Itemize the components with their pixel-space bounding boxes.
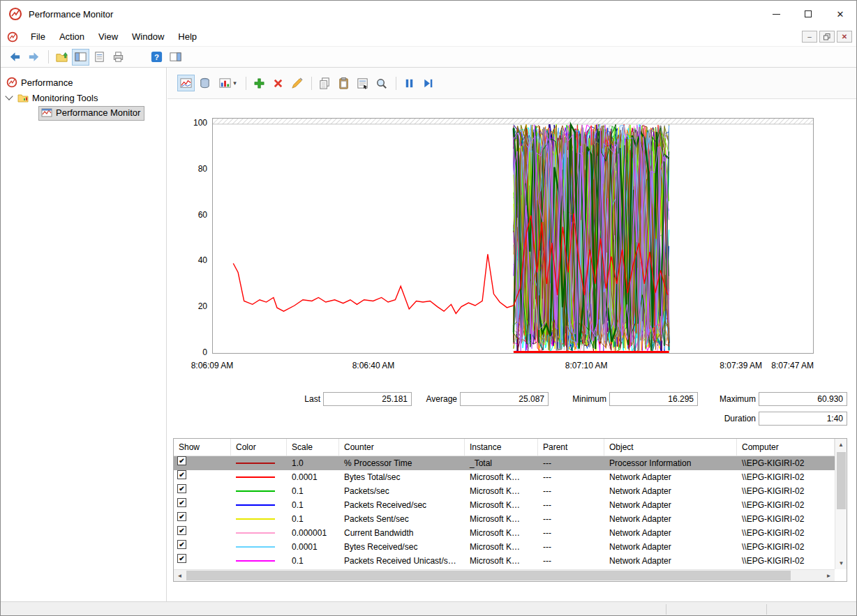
color-sample: [236, 560, 275, 562]
duration-label: Duration: [696, 412, 756, 426]
scroll-right-icon[interactable]: ►: [823, 570, 835, 581]
counter-row[interactable]: ✔0.1Packets Sent/secMicrosoft K…---Netwo…: [174, 512, 847, 526]
counter-row[interactable]: ✔0.0001Bytes Total/secMicrosoft K…---Net…: [174, 470, 847, 484]
counter-row[interactable]: ✔0.0001Bytes Received/secMicrosoft K…---…: [174, 540, 847, 554]
color-sample: [236, 504, 275, 506]
show-checkbox[interactable]: ✔: [177, 470, 186, 479]
folder-icon: [17, 92, 29, 103]
tree-item-performance-monitor[interactable]: Performance Monitor: [1, 105, 166, 121]
vertical-scrollbar[interactable]: ▲ ▼: [835, 439, 847, 569]
menu-items: FileActionViewWindowHelp: [24, 29, 204, 45]
cell-scale: 0.1: [287, 512, 339, 526]
cell-counter: Bytes Total/sec: [339, 470, 465, 484]
minimum-label: Minimum: [546, 392, 606, 406]
maximum-label: Maximum: [696, 392, 756, 406]
maximize-button[interactable]: [792, 1, 824, 27]
y-axis-label: 80: [175, 164, 207, 175]
counter-row[interactable]: ✔0.1Packets Received/secMicrosoft K…---N…: [174, 498, 847, 512]
dropdown-caret-icon[interactable]: ▾: [233, 80, 237, 87]
counter-list-header: ShowColorScaleCounterInstanceParentObjec…: [174, 439, 847, 456]
horizontal-scroll-thumb[interactable]: [186, 571, 791, 580]
tree-item-label: Performance: [21, 77, 73, 88]
show-checkbox[interactable]: ✔: [177, 554, 186, 563]
x-axis-label: 8:07:10 AM: [558, 361, 614, 372]
menu-item-window[interactable]: Window: [125, 29, 171, 45]
column-header-scale[interactable]: Scale: [287, 439, 339, 456]
tree-item-performance[interactable]: Performance: [1, 75, 166, 90]
counter-list-body: ✔1.0% Processor Time_Total---Processor I…: [174, 456, 847, 568]
child-restore-button[interactable]: [819, 31, 835, 43]
counter-row[interactable]: ✔0.000001Current BandwidthMicrosoft K…--…: [174, 526, 847, 540]
mmc-toolbar: ?: [1, 47, 856, 68]
menu-item-file[interactable]: File: [24, 29, 52, 45]
show-checkbox[interactable]: ✔: [177, 456, 186, 465]
column-header-object[interactable]: Object: [604, 439, 737, 456]
freeze-display-icon[interactable]: [401, 75, 418, 91]
minimize-button[interactable]: [760, 1, 792, 27]
child-minimize-button[interactable]: –: [802, 31, 817, 43]
status-bar: [1, 601, 856, 616]
close-button[interactable]: ✕: [824, 1, 856, 27]
update-data-icon[interactable]: [419, 75, 437, 91]
copy-properties-icon[interactable]: [316, 75, 334, 91]
column-header-show[interactable]: Show: [174, 439, 231, 456]
horizontal-scrollbar[interactable]: ◄ ►: [174, 569, 835, 581]
column-header-instance[interactable]: Instance: [465, 439, 538, 456]
x-axis-label: 8:07:47 AM: [758, 361, 814, 372]
properties-icon[interactable]: [354, 75, 371, 91]
add-counter-icon[interactable]: [251, 75, 268, 91]
view-log-data-icon[interactable]: [196, 75, 214, 91]
counter-row[interactable]: ✔0.1Packets/secMicrosoft K…---Network Ad…: [174, 484, 847, 498]
column-header-counter[interactable]: Counter: [339, 439, 465, 456]
scroll-up-icon[interactable]: ▲: [835, 439, 847, 451]
view-current-activity-icon[interactable]: [177, 75, 195, 91]
highlight-icon[interactable]: [288, 75, 306, 91]
column-header-color[interactable]: Color: [231, 439, 287, 456]
cell-object: Network Adapter: [604, 470, 737, 484]
chevron-down-icon[interactable]: [5, 92, 13, 100]
cell-object: Processor Information: [604, 456, 737, 470]
cell-computer: \\EPG-KIGIRI-02: [737, 554, 835, 568]
delete-counter-icon[interactable]: [269, 75, 287, 91]
paste-counter-list-icon[interactable]: [335, 75, 352, 91]
zoom-icon[interactable]: [373, 75, 390, 91]
export-icon[interactable]: [53, 49, 70, 66]
show-checkbox[interactable]: ✔: [177, 512, 186, 521]
cell-counter: Packets Sent/sec: [339, 512, 465, 526]
column-header-parent[interactable]: Parent: [538, 439, 604, 456]
show-action-pane-icon[interactable]: [167, 49, 184, 66]
menu-item-help[interactable]: Help: [171, 29, 204, 45]
minimum-value: 16.295: [609, 392, 698, 406]
print-icon[interactable]: [110, 49, 127, 66]
counter-list: ShowColorScaleCounterInstanceParentObjec…: [173, 438, 847, 582]
counter-row[interactable]: ✔1.0% Processor Time_Total---Processor I…: [174, 456, 847, 470]
show-console-tree-icon[interactable]: [72, 49, 89, 66]
export-list-icon[interactable]: [91, 49, 108, 66]
menu-item-view[interactable]: View: [91, 29, 125, 45]
scroll-down-icon[interactable]: ▼: [835, 557, 847, 569]
counter-row[interactable]: ✔0.1Packets Received Unicast/s…Microsoft…: [174, 554, 847, 568]
change-graph-type-icon[interactable]: ▾: [215, 75, 240, 91]
menu-item-action[interactable]: Action: [52, 29, 91, 45]
graph-canvas: [213, 119, 813, 353]
vertical-scroll-thumb[interactable]: [837, 452, 846, 509]
y-axis-label: 100: [175, 118, 207, 129]
scroll-left-icon[interactable]: ◄: [174, 570, 186, 581]
show-checkbox[interactable]: ✔: [177, 526, 186, 535]
minimize-icon: [773, 14, 780, 15]
show-checkbox[interactable]: ✔: [177, 498, 186, 507]
x-axis-label: 8:06:40 AM: [345, 361, 401, 372]
child-close-button[interactable]: ✕: [837, 31, 852, 43]
show-checkbox[interactable]: ✔: [177, 540, 186, 549]
back-icon[interactable]: [6, 49, 24, 66]
cell-parent: ---: [538, 512, 604, 526]
status-bar-divider: [666, 604, 666, 615]
help-icon[interactable]: ?: [148, 49, 165, 66]
window-controls: ✕: [760, 1, 856, 27]
forward-icon[interactable]: [25, 49, 43, 66]
tree-item-monitoring-tools[interactable]: Monitoring Tools: [1, 90, 166, 105]
show-checkbox[interactable]: ✔: [177, 484, 186, 493]
cell-object: Network Adapter: [604, 484, 737, 498]
column-header-computer[interactable]: Computer: [737, 439, 835, 456]
perfmon-toolbar: ▾: [167, 68, 857, 99]
